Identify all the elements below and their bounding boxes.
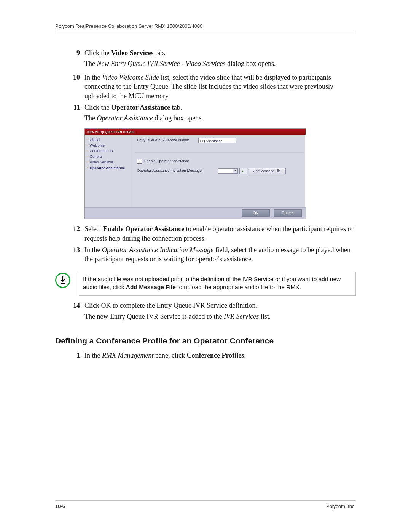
enable-operator-checkbox[interactable]: ✓ xyxy=(137,159,142,164)
dialog-main: Entry Queue IVR Service Name: EQ Assista… xyxy=(133,135,306,207)
text-bold: Enable Operator Assistance xyxy=(103,225,184,233)
text-italic: RMX Management xyxy=(102,351,153,359)
text: list. xyxy=(259,313,271,320)
sidebar-item-label: Operator Assistance xyxy=(90,166,125,171)
cancel-button[interactable]: Cancel xyxy=(274,209,302,217)
text-italic: Video Welcome Slide xyxy=(102,73,159,81)
sidebar-item-general[interactable]: ›General xyxy=(86,154,131,160)
play-icon: ▸ xyxy=(242,168,244,174)
text: The xyxy=(84,114,97,122)
text: Click OK to complete the Entry Queue IVR… xyxy=(84,301,356,310)
text-italic: IVR Services xyxy=(224,313,259,320)
text: . xyxy=(244,351,246,359)
enable-operator-label: Enable Operator Assistance xyxy=(144,159,189,164)
sidebar-item-label: Video Services xyxy=(90,160,114,165)
text: tab. xyxy=(154,49,166,57)
play-preview-button[interactable]: ▸ xyxy=(239,168,247,174)
note-icon xyxy=(55,273,70,288)
sidebar-item-conference-id[interactable]: ›Conference ID xyxy=(86,148,131,154)
text-bold: Operator Assistance xyxy=(111,104,170,111)
text: tab. xyxy=(170,104,182,111)
service-name-input[interactable]: EQ Assistance xyxy=(198,138,236,143)
step-12: 12 Select Enable Operator Assistance to … xyxy=(55,224,356,244)
chevron-right-icon: › xyxy=(87,155,88,158)
chevron-right-icon: › xyxy=(87,166,88,169)
sidebar-item-operator-assistance[interactable]: ›Operator Assistance xyxy=(86,165,131,171)
sidebar-item-label: Conference ID xyxy=(90,149,113,153)
step-14: 14 Click OK to complete the Entry Queue … xyxy=(55,301,356,323)
text: dialog box opens. xyxy=(153,114,203,122)
text: The xyxy=(84,60,97,67)
step-13: 13 In the Operator Assistance Indication… xyxy=(55,245,356,265)
step-10: 10 In the Video Welcome Slide list, sele… xyxy=(55,73,356,102)
text: Select xyxy=(84,225,103,233)
step-b1: 1 In the RMX Management pane, click Conf… xyxy=(55,351,356,361)
step-number: 12 xyxy=(55,224,84,233)
note: If the audio file was not uploaded prior… xyxy=(55,272,356,296)
dialog-sidebar: ›Global ›Welcome ›Conference ID ›General… xyxy=(85,135,133,207)
dialog-screenshot: New Entry Queue IVR Service ›Global ›Wel… xyxy=(84,128,306,219)
sidebar-item-label: Welcome xyxy=(90,143,105,148)
company-name: Polycom, Inc. xyxy=(326,503,356,510)
step-number: 10 xyxy=(55,73,84,82)
sidebar-item-global[interactable]: ›Global xyxy=(86,137,131,143)
page-footer: 10-6 Polycom, Inc. xyxy=(55,500,356,510)
text: Click the xyxy=(84,104,111,111)
text: pane, click xyxy=(153,351,186,359)
chevron-right-icon: › xyxy=(87,161,88,164)
sidebar-item-video-services[interactable]: ›Video Services xyxy=(86,160,131,165)
note-bold: Add Message File xyxy=(126,284,176,290)
text-italic: Operator Assistance xyxy=(97,114,153,122)
add-message-file-button[interactable]: Add Message File xyxy=(249,168,286,174)
chevron-right-icon: › xyxy=(87,144,88,147)
ok-button[interactable]: OK xyxy=(242,209,270,217)
step-number: 14 xyxy=(55,301,84,310)
page-content: 9 Click the Video Services tab. The New … xyxy=(55,33,356,362)
sidebar-item-label: General xyxy=(90,154,103,159)
sidebar-item-welcome[interactable]: ›Welcome xyxy=(86,143,131,149)
dialog-title: New Entry Queue IVR Service xyxy=(85,129,306,135)
indication-message-label: Operator Assistance Indication Message: xyxy=(137,168,203,173)
step-number: 1 xyxy=(55,351,84,360)
text: In the xyxy=(84,351,102,359)
page-number: 10-6 xyxy=(55,503,65,510)
sidebar-item-label: Global xyxy=(90,137,100,142)
text: In the xyxy=(84,246,102,254)
text-italic: New Entry Queue IVR Service - Video Serv… xyxy=(97,60,225,67)
text: Click the xyxy=(84,49,111,57)
text: The new Entry Queue IVR Service is added… xyxy=(84,313,224,320)
step-number: 9 xyxy=(55,48,84,58)
text-italic: Operator Assistance Indication Message xyxy=(102,246,213,254)
note-text: to upload the appropriate audio file to … xyxy=(176,284,301,290)
step-number: 11 xyxy=(55,103,84,112)
step-11: 11 Click the Operator Assistance tab. Th… xyxy=(55,103,356,127)
text: dialog box opens. xyxy=(226,60,276,67)
indication-message-dropdown[interactable]: ▾ xyxy=(218,168,238,174)
chevron-right-icon: › xyxy=(87,150,88,153)
step-number: 13 xyxy=(55,245,84,254)
service-name-label: Entry Queue IVR Service Name: xyxy=(137,138,189,143)
chevron-right-icon: › xyxy=(87,138,88,141)
chevron-down-icon: ▾ xyxy=(233,169,237,173)
running-header: Polycom RealPresence Collaboration Serve… xyxy=(55,23,356,33)
text-bold: Conference Profiles xyxy=(186,351,244,359)
step-9: 9 Click the Video Services tab. The New … xyxy=(55,48,356,72)
text-bold: Video Services xyxy=(111,49,154,57)
section-heading: Defining a Conference Profile for an Ope… xyxy=(55,335,356,346)
text: In the xyxy=(84,73,102,81)
